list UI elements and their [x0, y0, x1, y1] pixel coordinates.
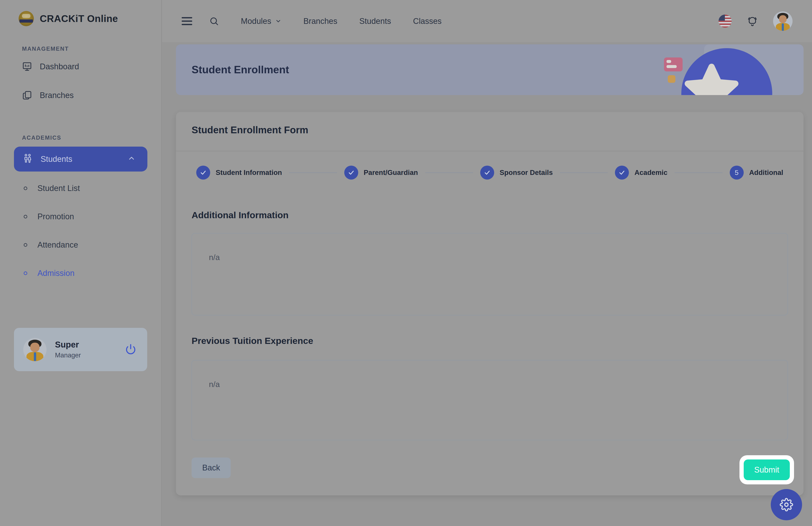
step-label: Academic — [634, 169, 667, 177]
subitem-label: Attendance — [38, 240, 78, 250]
check-icon — [480, 166, 494, 180]
topbar-link-label: Students — [359, 17, 391, 26]
sidebar-item-branches[interactable]: Branches — [0, 81, 161, 110]
brand-logo-icon — [19, 11, 34, 26]
step-label: Student Information — [216, 169, 282, 177]
step-number: 5 — [735, 169, 739, 177]
square-decor-icon — [668, 75, 676, 83]
sidebar-subitem-promotion[interactable]: Promotion — [0, 202, 161, 231]
brand[interactable]: CRACKiT Online — [0, 0, 161, 26]
chevron-down-icon — [275, 18, 281, 24]
topbar: Modules Branches Students Classes — [162, 0, 812, 42]
logout-power-icon[interactable] — [125, 344, 136, 356]
back-button[interactable]: Back — [192, 457, 231, 478]
step-student-information[interactable]: Student Information — [196, 166, 282, 180]
app-root: CRACKiT Online MANAGEMENT Dashboard Bran… — [0, 0, 812, 526]
sidebar-item-label: Branches — [40, 91, 74, 100]
sidebar-item-label: Students — [41, 155, 72, 164]
topbar-link-modules[interactable]: Modules — [241, 17, 281, 26]
topbar-link-branches[interactable]: Branches — [303, 17, 337, 26]
bullet-icon — [24, 215, 27, 219]
sidebar-section-management: MANAGEMENT — [22, 46, 161, 52]
user-card[interactable]: Super Manager — [14, 328, 147, 371]
step-label: Parent/Guardian — [364, 169, 418, 177]
header-illustration — [704, 44, 803, 95]
step-academic[interactable]: Academic — [615, 166, 667, 180]
step-additional[interactable]: 5 Additional — [730, 166, 783, 180]
submit-button[interactable]: Submit — [744, 460, 790, 480]
sidebar-subitem-attendance[interactable]: Attendance — [0, 231, 161, 259]
hamburger-icon[interactable] — [182, 17, 192, 25]
previous-tuition-heading: Previous Tuition Experience — [192, 336, 803, 346]
subitem-label: Promotion — [38, 212, 74, 221]
topbar-link-label: Modules — [241, 17, 271, 26]
bell-icon[interactable] — [747, 16, 758, 27]
submit-highlight-ring: Submit — [739, 455, 794, 484]
bullet-icon — [24, 186, 27, 190]
branches-icon — [22, 90, 32, 100]
user-avatar — [23, 338, 46, 361]
enrollment-form-card: Student Enrollment Form Student Informat… — [176, 112, 803, 495]
sidebar: CRACKiT Online MANAGEMENT Dashboard Bran… — [0, 0, 162, 526]
additional-information-heading: Additional Information — [192, 210, 803, 220]
additional-information-input[interactable]: n/a — [192, 233, 788, 315]
step-number-badge: 5 — [730, 166, 744, 180]
search-icon[interactable] — [209, 16, 219, 26]
divider — [176, 151, 803, 151]
page-title: Student Enrollment — [192, 64, 289, 76]
sidebar-section-academics: ACADEMICS — [22, 135, 161, 141]
step-connector — [289, 172, 337, 173]
step-connector — [425, 172, 473, 173]
check-icon — [196, 166, 210, 180]
page-header: Student Enrollment — [176, 44, 803, 95]
bullet-icon — [24, 271, 27, 275]
user-name: Super — [55, 340, 81, 349]
topbar-link-students[interactable]: Students — [359, 17, 391, 26]
topbar-link-label: Branches — [303, 17, 337, 26]
brand-name: CRACKiT Online — [40, 13, 118, 24]
students-submenu: Student List Promotion Attendance Admiss… — [0, 174, 161, 287]
settings-fab[interactable] — [771, 489, 802, 520]
chevron-up-icon — [128, 154, 135, 164]
step-parent-guardian[interactable]: Parent/Guardian — [344, 166, 418, 180]
id-card-icon — [664, 58, 683, 71]
bullet-icon — [24, 243, 27, 247]
dashboard-icon — [22, 61, 32, 72]
subitem-label: Student List — [38, 184, 80, 193]
check-icon — [615, 166, 629, 180]
sidebar-item-students[interactable]: Students — [14, 147, 147, 171]
step-label: Additional — [749, 169, 783, 177]
topbar-link-label: Classes — [413, 17, 441, 26]
check-icon — [344, 166, 358, 180]
form-footer: Back — [192, 457, 788, 478]
main-content: Student Enrollment Student Enrollment Fo… — [162, 42, 812, 526]
star-icon — [683, 61, 740, 95]
step-sponsor-details[interactable]: Sponsor Details — [480, 166, 553, 180]
sidebar-subitem-student-list[interactable]: Student List — [0, 174, 161, 202]
user-role: Manager — [55, 351, 81, 359]
step-label: Sponsor Details — [500, 169, 553, 177]
previous-tuition-input[interactable]: n/a — [192, 360, 788, 440]
gear-icon — [780, 498, 793, 511]
form-title: Student Enrollment Form — [192, 124, 803, 136]
step-connector — [675, 172, 722, 173]
topbar-link-classes[interactable]: Classes — [413, 17, 441, 26]
students-icon — [23, 153, 33, 165]
enrollment-stepper: Student Information Parent/Guardian — [176, 159, 803, 186]
step-connector — [560, 172, 608, 173]
us-flag-icon[interactable] — [719, 15, 731, 28]
subitem-label: Admission — [38, 269, 74, 278]
profile-avatar[interactable] — [773, 11, 793, 31]
sidebar-item-label: Dashboard — [40, 62, 79, 71]
sidebar-subitem-admission[interactable]: Admission — [0, 259, 161, 287]
sidebar-item-dashboard[interactable]: Dashboard — [0, 52, 161, 81]
